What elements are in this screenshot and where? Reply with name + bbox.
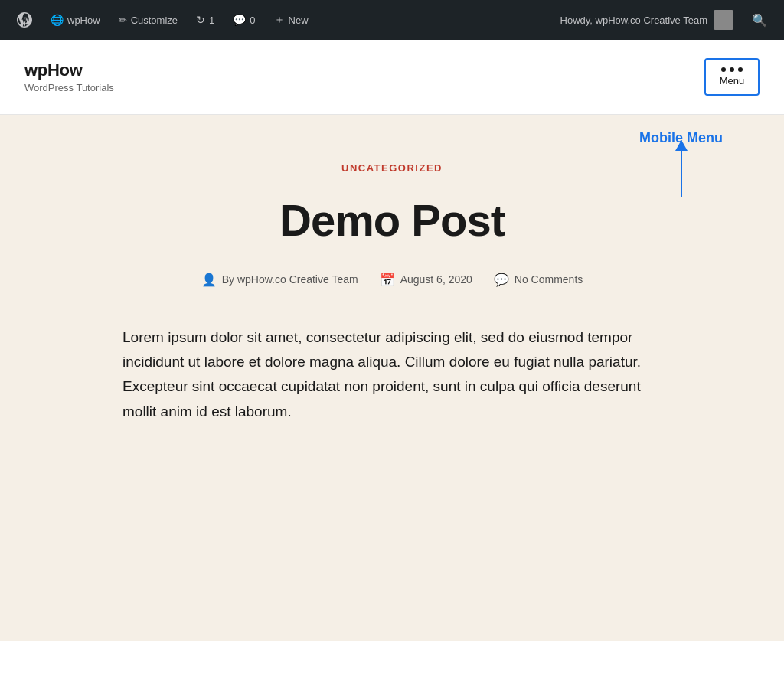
category-link[interactable]: UNCATEGORIZED [341, 162, 443, 174]
post-body-text: Lorem ipsum dolor sit amet, consectetur … [122, 325, 662, 424]
site-tagline: WordPress Tutorials [24, 82, 114, 93]
site-title: wpHow [24, 60, 114, 80]
globe-icon: 🌐 [51, 14, 64, 26]
menu-dots-icon [721, 67, 743, 72]
wordpress-logo[interactable] [9, 0, 40, 40]
menu-label: Menu [720, 75, 745, 87]
pencil-icon: ✏ [119, 15, 127, 26]
menu-button[interactable]: Menu [704, 58, 760, 96]
post-category: UNCATEGORIZED [122, 161, 662, 175]
arrow-line [681, 151, 682, 197]
post-meta: 👤 By wpHow.co Creative Team 📅 August 6, … [122, 273, 662, 287]
post-date: August 6, 2020 [400, 273, 472, 286]
admin-bar-updates[interactable]: ↻ 1 [188, 0, 222, 40]
dot-2 [730, 67, 734, 72]
post-author: By wpHow.co Creative Team [222, 273, 358, 286]
dot-3 [738, 67, 743, 72]
admin-bar: 🌐 wpHow ✏ Customize ↻ 1 💬 0 ＋ New Howdy,… [0, 0, 784, 40]
refresh-icon: ↻ [196, 14, 205, 26]
post-title: Demo Post [122, 196, 662, 245]
comments-icon: 💬 [494, 273, 509, 287]
post-comments: No Comments [514, 273, 583, 286]
admin-bar-customize[interactable]: ✏ Customize [111, 0, 185, 40]
post-comments-meta: 💬 No Comments [494, 273, 583, 287]
search-icon[interactable]: 🔍 [744, 0, 775, 40]
site-branding: wpHow WordPress Tutorials [24, 60, 114, 93]
plus-icon: ＋ [274, 13, 285, 27]
site-main: Mobile Menu UNCATEGORIZED Demo Post 👤 By… [0, 115, 784, 641]
arrow-head [675, 140, 688, 151]
calendar-icon: 📅 [380, 273, 395, 287]
admin-bar-howdy[interactable]: Howdy, wpHow.co Creative Team [553, 10, 741, 30]
mobile-menu-annotation: Mobile Menu [639, 130, 723, 197]
post-date-meta: 📅 August 6, 2020 [380, 273, 472, 287]
person-icon: 👤 [201, 273, 217, 287]
admin-bar-left: 🌐 wpHow ✏ Customize ↻ 1 💬 0 ＋ New [9, 0, 316, 40]
dot-1 [721, 67, 726, 72]
comment-icon: 💬 [233, 14, 246, 26]
post-content: Lorem ipsum dolor sit amet, consectetur … [122, 325, 662, 424]
annotation-arrow [675, 151, 688, 197]
avatar [714, 10, 733, 30]
admin-bar-right: Howdy, wpHow.co Creative Team 🔍 [553, 0, 775, 40]
admin-bar-site-name[interactable]: 🌐 wpHow [43, 0, 108, 40]
admin-bar-comments[interactable]: 💬 0 [225, 0, 263, 40]
admin-bar-new[interactable]: ＋ New [266, 0, 316, 40]
site-header: wpHow WordPress Tutorials Menu [0, 40, 784, 115]
post-author-meta: 👤 By wpHow.co Creative Team [201, 273, 358, 287]
